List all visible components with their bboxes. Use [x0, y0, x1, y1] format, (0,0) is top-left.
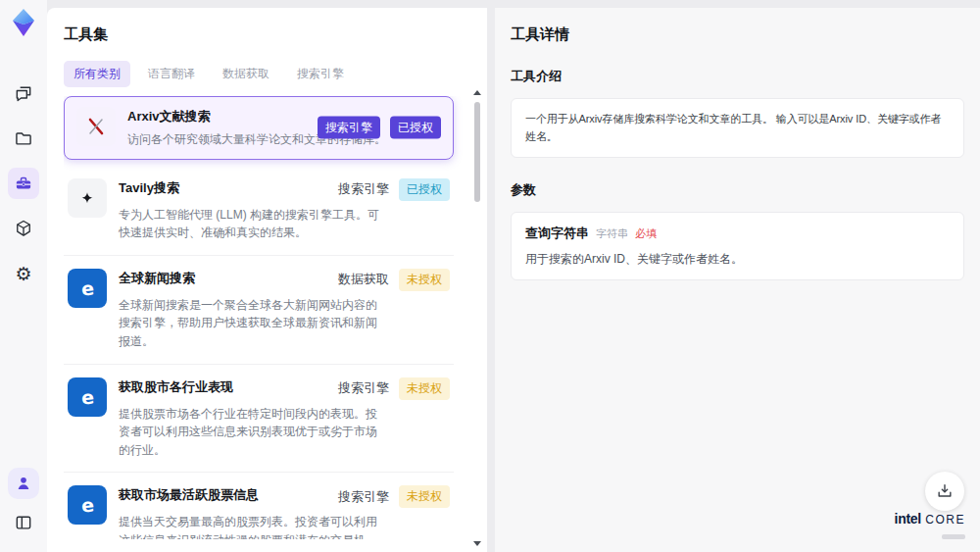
tool-name: 获取市场最活跃股票信息 — [119, 485, 259, 504]
news-app-icon: e — [68, 485, 107, 525]
tool-description: 提供当天交易量最高的股票列表。投资者可以利用这些信息来识别流动性强的股票和潜在的… — [119, 513, 385, 539]
cube-icon — [14, 219, 33, 238]
category-label: 搜索引擎 — [338, 379, 389, 397]
auth-status-badge: 已授权 — [399, 178, 450, 201]
detail-title: 工具详情 — [511, 25, 964, 44]
arxiv-logo-icon — [76, 107, 116, 146]
param-name: 查询字符串 — [525, 225, 589, 242]
intel-core-logo: intel CORE — [895, 511, 965, 542]
news-app-icon: e — [68, 269, 107, 308]
tool-card-arxiv[interactable]: Arxiv文献搜索 搜索引擎 已授权 访问各个研究领域大量科学论文和文章的存储库… — [64, 96, 454, 160]
tool-list: Arxiv文献搜索 搜索引擎 已授权 访问各个研究领域大量科学论文和文章的存储库… — [64, 96, 471, 539]
tool-name: 全球新闻搜索 — [119, 269, 195, 287]
news-app-icon: e — [68, 377, 107, 417]
tool-name: Arxiv文献搜索 — [127, 107, 211, 125]
category-badge: 搜索引擎 — [318, 117, 380, 139]
tool-description: 提供股票市场各个行业在特定时间段内的表现。投资者可以利用这些信息来识别表现优于或… — [119, 405, 385, 460]
toolbox-icon — [14, 174, 33, 193]
intel-brand-text: intel — [895, 511, 921, 527]
auth-status-badge: 已授权 — [390, 117, 441, 139]
param-type: 字符串 — [596, 226, 628, 241]
sidebar-item-files[interactable] — [8, 123, 39, 154]
tools-panel: 工具集 所有类别 语言翻译 数据获取 搜索引擎 Arxiv文献搜索 搜索引擎 已… — [47, 8, 487, 552]
param-description: 用于搜索的Arxiv ID、关键字或作者姓名。 — [525, 251, 950, 268]
param-required-flag: 必填 — [635, 226, 657, 241]
tool-detail-panel: 工具详情 工具介绍 一个用于从Arxiv存储库搜索科学论文和文章的工具。 输入可… — [495, 8, 980, 552]
intel-core-sub-badge — [942, 534, 965, 539]
core-brand-text: CORE — [925, 513, 965, 527]
tab-language-translation[interactable]: 语言翻译 — [138, 61, 205, 87]
sidebar-bottom — [8, 468, 39, 538]
tool-card-most-active-stocks[interactable]: e 获取市场最活跃股票信息 搜索引擎 未授权 提供当天交易量最高的股票列表。投资… — [64, 473, 454, 539]
tool-card-tavily[interactable]: Tavily搜索 搜索引擎 已授权 专为人工智能代理 (LLM) 构建的搜索引擎… — [64, 166, 454, 256]
app-logo — [8, 7, 39, 38]
scroll-up-arrow[interactable] — [473, 90, 481, 95]
tool-intro-text: 一个用于从Arxiv存储库搜索科学论文和文章的工具。 输入可以是Arxiv ID… — [525, 113, 941, 142]
auth-status-badge: 未授权 — [399, 377, 450, 400]
folder-icon — [14, 128, 33, 148]
sidebar-item-packages[interactable] — [8, 213, 39, 244]
tool-name: 获取股市各行业表现 — [119, 377, 233, 396]
gem-logo-icon — [10, 8, 37, 37]
tool-card-global-news[interactable]: e 全球新闻搜索 数据获取 未授权 全球新闻搜索是一个聚合全球各大新闻网站内容的… — [64, 256, 454, 365]
panel-toggle-icon — [14, 513, 33, 532]
panel-toggle-button[interactable] — [8, 507, 39, 538]
download-icon — [935, 481, 955, 501]
sidebar-item-tools[interactable] — [8, 168, 39, 199]
sidebar-item-chat[interactable] — [8, 77, 39, 109]
category-tabs: 所有类别 语言翻译 数据获取 搜索引擎 — [64, 61, 471, 87]
tab-data-fetch[interactable]: 数据获取 — [213, 61, 279, 87]
tool-description: 专为人工智能代理 (LLM) 构建的搜索引擎工具。可快速提供实时、准确和真实的结… — [119, 206, 385, 242]
sidebar: ⚙ — [0, 0, 47, 552]
category-label: 数据获取 — [338, 271, 389, 288]
tab-all-categories[interactable]: 所有类别 — [64, 61, 130, 87]
parameter-box: 查询字符串 字符串 必填 用于搜索的Arxiv ID、关键字或作者姓名。 — [511, 212, 964, 280]
gear-icon: ⚙ — [15, 265, 31, 283]
sidebar-item-settings[interactable]: ⚙ — [8, 258, 39, 289]
scrollbar[interactable] — [472, 90, 482, 546]
tab-search-engine[interactable]: 搜索引擎 — [287, 61, 354, 87]
download-button[interactable] — [925, 472, 964, 511]
page-title: 工具集 — [64, 25, 471, 44]
auth-status-badge: 未授权 — [399, 485, 450, 508]
tool-description: 全球新闻搜索是一个聚合全球各大新闻网站内容的搜索引擎，帮助用户快速获取全球最新资… — [119, 296, 385, 351]
user-icon — [14, 474, 33, 493]
auth-status-badge: 未授权 — [399, 269, 450, 291]
tool-name: Tavily搜索 — [119, 178, 179, 197]
intro-heading: 工具介绍 — [511, 68, 964, 85]
user-avatar-button[interactable] — [8, 468, 39, 499]
scrollbar-thumb[interactable] — [474, 102, 480, 202]
category-label: 搜索引擎 — [338, 488, 389, 506]
category-label: 搜索引擎 — [338, 180, 389, 198]
tool-card-sector-performance[interactable]: e 获取股市各行业表现 搜索引擎 未授权 提供股票市场各个行业在特定时间段内的表… — [64, 365, 454, 474]
scroll-down-arrow[interactable] — [473, 541, 481, 546]
params-heading: 参数 — [511, 181, 964, 199]
chat-icon — [14, 83, 33, 103]
tool-intro-box: 一个用于从Arxiv存储库搜索科学论文和文章的工具。 输入可以是Arxiv ID… — [511, 98, 964, 158]
tavily-sparkle-icon — [68, 178, 107, 218]
